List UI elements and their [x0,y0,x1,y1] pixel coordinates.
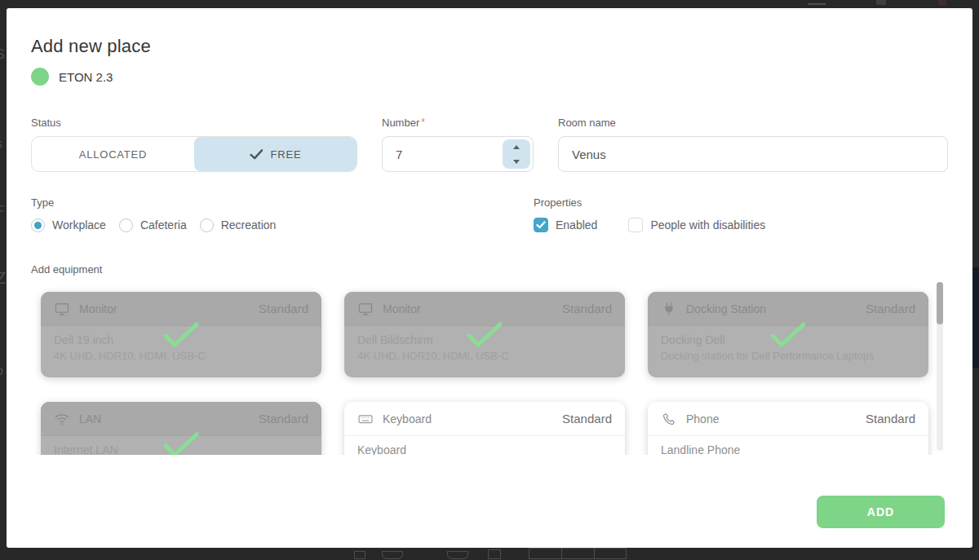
backdrop-text-fragment: o [0,364,3,378]
properties-field: Properties Enabled People with disabilit… [534,196,948,234]
check-icon [250,149,264,160]
dialog-footer: ADD [31,496,948,528]
backdrop-floorplan-fragment [488,549,501,559]
card-description: 4K UHD, HDR10, HDMI, USB-C [357,350,612,362]
enabled-label: Enabled [556,218,597,231]
card-header: Phone Standard [648,402,928,436]
add-new-place-dialog: Add new place ETON 2.3 Status ALLOCATED … [7,8,972,548]
recreation-label: Recreation [221,218,277,231]
properties-options: Enabled People with disabilities [534,216,948,234]
equipment-card-monitor[interactable]: Monitor Standard Dell 19 inch 4K UHD, HD… [41,292,321,377]
equipment-scroll-area[interactable]: Monitor Standard Dell 19 inch 4K UHD, HD… [31,280,948,455]
card-type-label: Monitor [383,302,421,315]
card-tier-label: Standard [562,302,612,315]
equipment-scrollbar[interactable] [937,282,943,451]
radio-cafeteria[interactable]: Cafeteria [119,218,187,232]
lan-wifi-icon [54,411,70,427]
backdrop-icon [876,0,886,5]
card-tier-label: Standard [866,302,915,315]
card-description: 4K UHD, HDR10, HDMI, USB-C [54,350,308,362]
status-field: Status ALLOCATED FREE [31,117,357,172]
number-label-text: Number [382,117,419,129]
form-row-2: Type Workplace Cafeteria Recreation Prop… [31,196,948,234]
radio-recreation[interactable]: Recreation [200,218,277,232]
checkbox-checked-icon [534,218,548,232]
chevron-down-icon [513,160,520,164]
backdrop-floorplan-fragment [382,551,403,559]
status-option-allocated[interactable]: ALLOCATED [32,137,194,171]
equipment-card-phone[interactable]: Phone Standard Landline Phone [648,402,928,455]
page-backdrop: { "backdrop": { "left_fragments": ["S", … [0,0,979,560]
floor-name-label: ETON 2.3 [59,70,113,84]
radio-icon [119,218,133,232]
people-with-disabilities-label: People with disabilities [650,218,765,231]
checkbox-people-with-disabilities[interactable]: People with disabilities [628,218,765,232]
status-label: Status [31,117,357,129]
add-equipment-label: Add equipment [31,263,948,276]
card-header: Keyboard Standard [344,402,625,436]
allocated-label: ALLOCATED [79,148,148,161]
required-asterisk: * [421,117,425,128]
card-body: Landline Phone [648,436,928,455]
card-name: Keyboard [357,443,612,455]
card-type-label: LAN [79,412,101,426]
equipment-card-grid: Monitor Standard Dell 19 inch 4K UHD, HD… [31,280,948,455]
card-type-label: Phone [686,412,719,426]
radio-selected-icon [31,218,45,232]
card-description: Docking station for Dell Performance Lap… [661,350,915,362]
type-options: Workplace Cafeteria Recreation [31,216,534,234]
form-row-1: Status ALLOCATED FREE Number* [31,117,948,172]
stepper-down-button[interactable] [503,154,530,169]
equipment-card-monitor[interactable]: Monitor Standard Dell Bildschirm 4K UHD,… [344,292,625,377]
number-label: Number* [382,117,534,129]
add-button[interactable]: ADD [817,496,945,528]
dialog-title: Add new place [31,36,948,57]
checkbox-icon [628,218,643,232]
equipment-card-docking-station[interactable]: Docking Station Standard Docking Dell Do… [648,292,928,377]
type-label: Type [31,196,534,209]
card-type-label: Keyboard [383,412,432,426]
checkbox-enabled[interactable]: Enabled [534,218,597,232]
floor-status-dot [31,68,49,86]
scrollbar-thumb[interactable] [937,282,943,324]
phone-icon [661,411,677,427]
card-body: Keyboard [344,436,625,455]
card-tier-label: Standard [562,412,612,426]
selected-check-icon [162,321,200,349]
selected-check-icon [769,321,807,349]
selected-check-icon [162,431,200,456]
radio-icon [200,218,214,232]
room-name-input[interactable] [558,136,948,172]
card-type-label: Monitor [79,302,117,315]
keyboard-icon [357,411,374,427]
number-stepper[interactable] [503,139,530,169]
status-option-free[interactable]: FREE [194,137,357,171]
monitor-icon [357,301,374,317]
workplace-label: Workplace [52,218,106,231]
check-icon [536,221,546,229]
number-field-group: Number* [382,117,534,172]
equipment-card-keyboard[interactable]: Keyboard Standard Keyboard [344,402,625,455]
backdrop-text-fragment: F [0,204,4,218]
free-label: FREE [271,148,302,161]
number-input-wrap [382,136,534,172]
card-tier-label: Standard [259,302,308,315]
backdrop-floorplan-fragment [529,548,627,559]
backdrop-floorplan-fragment [354,551,365,559]
radio-workplace[interactable]: Workplace [31,218,106,232]
monitor-icon [54,301,70,317]
backdrop-floorplan-fragment [561,548,562,559]
stepper-up-button[interactable] [503,139,530,154]
properties-label: Properties [534,196,948,209]
room-name-label: Room name [558,117,948,129]
backdrop-floorplan-fragment [447,551,468,559]
backdrop-icon [808,0,826,5]
backdrop-panel-fragment [972,267,979,368]
card-name: Landline Phone [661,443,915,455]
equipment-card-lan[interactable]: LAN Standard Internet LAN [41,402,321,455]
cafeteria-label: Cafeteria [140,218,187,231]
docking-icon [661,301,677,317]
chevron-up-icon [513,145,520,149]
backdrop-text-fragment: s [0,137,2,152]
backdrop-icon [938,0,946,6]
